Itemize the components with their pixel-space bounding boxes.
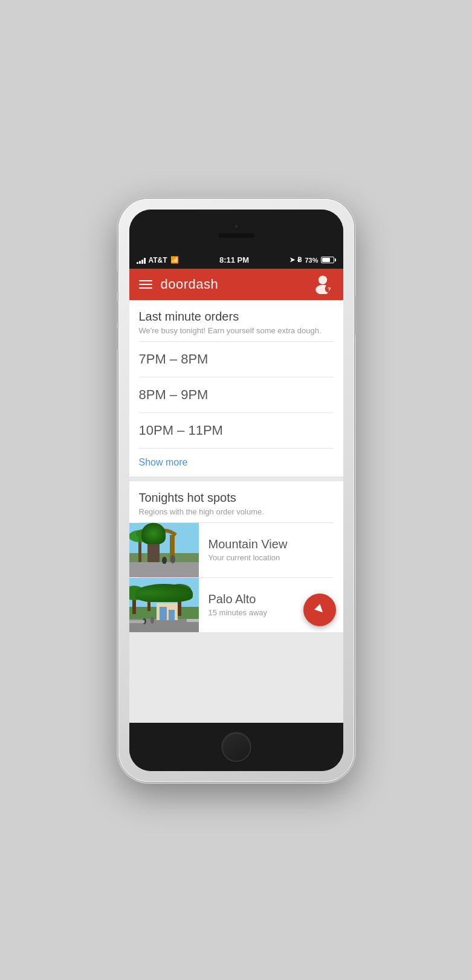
- svg-point-12: [162, 557, 167, 564]
- signal-bars: [137, 257, 146, 264]
- show-more-button[interactable]: Show more: [129, 449, 343, 476]
- svg-point-18: [129, 586, 145, 600]
- signal-bar-2: [139, 261, 141, 264]
- user-profile-button[interactable]: ?: [312, 272, 334, 296]
- status-time: 8:11 PM: [219, 255, 249, 264]
- time-slot-2-label: 8PM – 9PM: [139, 387, 209, 402]
- app-title: doordash: [161, 277, 219, 292]
- battery-tip: [335, 258, 336, 261]
- signal-bar-3: [141, 260, 143, 264]
- phone-screen: AT&T 📶 8:11 PM ➤ Ƀ 73%: [129, 210, 343, 771]
- home-button[interactable]: [221, 732, 251, 762]
- camera: [233, 223, 239, 229]
- palo-alto-thumbnail: [129, 578, 199, 632]
- mountain-view-image: [129, 523, 199, 577]
- svg-point-20: [140, 590, 157, 602]
- svg-point-22: [167, 584, 192, 598]
- hot-spots-subtitle: Regions with the high order volume.: [139, 507, 334, 516]
- svg-rect-25: [169, 610, 175, 620]
- header-left: doordash: [139, 277, 219, 292]
- svg-rect-21: [178, 595, 181, 616]
- last-minute-orders-title: Last minute orders: [139, 310, 334, 324]
- svg-rect-7: [154, 535, 158, 562]
- signal-bar-1: [137, 262, 138, 264]
- phone-frame: AT&T 📶 8:11 PM ➤ Ƀ 73%: [118, 199, 354, 782]
- hot-spots-card: Tonights hot spots Regions with the high…: [129, 481, 343, 632]
- svg-rect-6: [129, 562, 199, 577]
- location-icon: ➤: [289, 256, 295, 264]
- svg-rect-24: [160, 607, 167, 620]
- svg-text:?: ?: [328, 286, 331, 292]
- time-slot-3[interactable]: 10PM – 11PM: [129, 413, 343, 448]
- hamburger-line-3: [139, 287, 152, 289]
- wifi-icon: 📶: [170, 256, 179, 264]
- time-slot-3-label: 10PM – 11PM: [139, 423, 223, 438]
- svg-rect-28: [129, 620, 144, 623]
- svg-point-0: [318, 275, 326, 284]
- user-avatar-icon: ?: [312, 272, 334, 294]
- status-right: ➤ Ƀ 73%: [289, 256, 335, 264]
- carrier-label: AT&T: [149, 256, 167, 264]
- time-slot-1-label: 7PM – 8PM: [139, 351, 209, 367]
- time-slot-1[interactable]: 7PM – 8PM: [129, 342, 343, 377]
- hot-spots-title: Tonights hot spots: [139, 491, 334, 505]
- bottom-bezel: [129, 723, 343, 771]
- battery-fill: [322, 258, 330, 262]
- navigate-icon: ►: [310, 599, 331, 620]
- last-minute-orders-card: Last minute orders We're busy tonight! E…: [129, 300, 343, 476]
- svg-rect-29: [187, 619, 199, 622]
- mountain-view-thumbnail: [129, 523, 199, 577]
- svg-rect-19: [147, 599, 150, 611]
- last-minute-orders-subtitle: We're busy tonight! Earn yourself some e…: [139, 326, 334, 335]
- status-left: AT&T 📶: [137, 256, 179, 264]
- time-slot-2[interactable]: 8PM – 9PM: [129, 377, 343, 412]
- last-minute-orders-header: Last minute orders We're busy tonight! E…: [129, 300, 343, 341]
- palo-alto-image: [129, 578, 199, 632]
- mountain-view-name: Mountain View: [209, 537, 334, 551]
- hamburger-menu[interactable]: [139, 280, 152, 289]
- navigate-button[interactable]: ►: [303, 594, 336, 626]
- location-palo-alto[interactable]: Palo Alto 15 minutes away ►: [129, 578, 343, 632]
- app-header: doordash ?: [129, 269, 343, 300]
- signal-bar-4: [144, 258, 146, 264]
- screen-content: Last minute orders We're busy tonight! E…: [129, 300, 343, 723]
- svg-point-27: [150, 617, 154, 624]
- hamburger-line-1: [139, 280, 152, 281]
- hot-spots-header: Tonights hot spots Regions with the high…: [129, 481, 343, 522]
- status-bar: AT&T 📶 8:11 PM ➤ Ƀ 73%: [129, 252, 343, 269]
- speaker: [218, 233, 254, 238]
- svg-point-13: [170, 555, 175, 563]
- top-bezel: [129, 210, 343, 252]
- mountain-view-info: Mountain View Your current location: [199, 537, 343, 562]
- battery-indicator: [321, 257, 336, 263]
- battery-body: [321, 257, 334, 263]
- battery-percent: 73%: [305, 257, 318, 264]
- svg-point-11: [136, 529, 153, 539]
- hamburger-line-2: [139, 284, 152, 285]
- mountain-view-detail: Your current location: [209, 553, 334, 562]
- bluetooth-icon: Ƀ: [297, 256, 302, 264]
- location-mountain-view[interactable]: Mountain View Your current location: [129, 523, 343, 577]
